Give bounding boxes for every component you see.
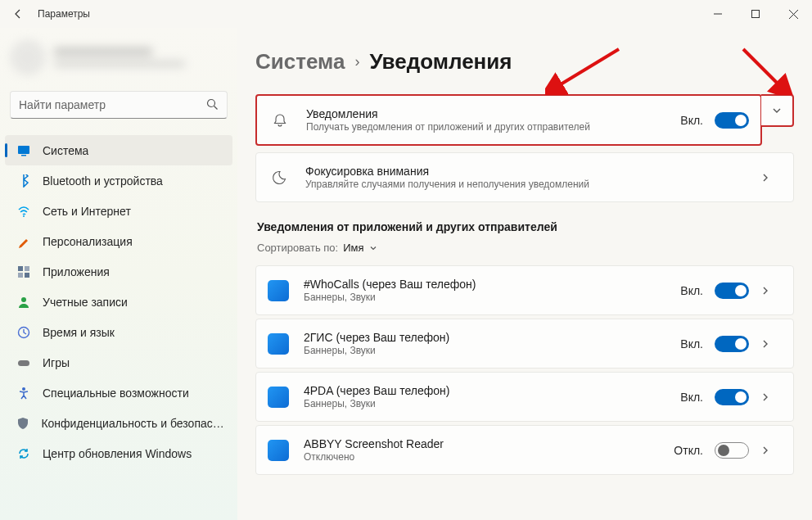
sidebar-item-label: Время и язык bbox=[43, 326, 115, 339]
apps-icon bbox=[16, 265, 31, 279]
app-name: #WhoCalls (через Ваш телефон) bbox=[304, 278, 680, 291]
chevron-down-icon bbox=[369, 244, 377, 252]
app-name: ABBYY Screenshot Reader bbox=[304, 437, 674, 450]
minimize-button[interactable] bbox=[699, 0, 737, 28]
bluetooth-icon bbox=[16, 174, 31, 188]
app-notification-row[interactable]: #WhoCalls (через Ваш телефон) Баннеры, З… bbox=[255, 265, 794, 315]
titlebar: Параметры bbox=[0, 0, 812, 28]
notifications-expand-button[interactable] bbox=[761, 94, 794, 127]
app-notification-row[interactable]: 2ГИС (через Ваш телефон) Баннеры, Звуки … bbox=[255, 319, 794, 369]
breadcrumb-parent[interactable]: Система bbox=[255, 49, 345, 75]
sort-dropdown[interactable]: Имя bbox=[343, 242, 377, 254]
accessibility-icon bbox=[16, 386, 31, 400]
focus-card-title: Фокусировка внимания bbox=[305, 165, 749, 178]
svg-rect-6 bbox=[18, 146, 29, 154]
app-subtitle: Баннеры, Звуки bbox=[304, 398, 680, 409]
svg-rect-9 bbox=[18, 266, 23, 271]
update-icon bbox=[16, 446, 31, 461]
sidebar-item-3[interactable]: Персонализация bbox=[5, 226, 232, 256]
app-toggle[interactable] bbox=[715, 389, 749, 405]
notifications-toggle-card[interactable]: Уведомления Получать уведомления от прил… bbox=[255, 94, 762, 146]
breadcrumb-separator-icon: › bbox=[354, 53, 359, 70]
moon-icon bbox=[268, 166, 291, 189]
app-icon bbox=[268, 333, 289, 355]
app-notification-row[interactable]: ABBYY Screenshot Reader Отключено Откл. bbox=[255, 425, 794, 475]
svg-point-4 bbox=[208, 99, 215, 106]
app-status: Вкл. bbox=[680, 337, 703, 350]
notifications-status: Вкл. bbox=[680, 114, 703, 127]
app-icon bbox=[268, 440, 289, 461]
app-notification-row[interactable]: 4PDA (через Ваш телефон) Баннеры, Звуки … bbox=[255, 372, 794, 422]
brush-icon bbox=[16, 234, 31, 249]
chevron-right-icon[interactable] bbox=[749, 445, 782, 455]
chevron-right-icon[interactable] bbox=[749, 339, 782, 349]
svg-point-13 bbox=[21, 297, 26, 302]
back-button[interactable] bbox=[7, 2, 29, 25]
sort-label: Сортировать по: bbox=[257, 242, 338, 254]
app-name: 4PDA (через Ваш телефон) bbox=[304, 384, 680, 397]
app-status: Вкл. bbox=[680, 391, 703, 404]
breadcrumb: Система › Уведомления bbox=[255, 49, 794, 75]
sidebar-item-label: Сеть и Интернет bbox=[43, 205, 131, 218]
svg-rect-15 bbox=[18, 360, 29, 366]
chevron-right-icon[interactable] bbox=[749, 286, 782, 296]
sidebar-item-label: Bluetooth и устройства bbox=[43, 174, 163, 188]
chevron-right-icon bbox=[749, 173, 782, 183]
app-toggle[interactable] bbox=[715, 283, 749, 299]
svg-rect-7 bbox=[21, 155, 26, 156]
sidebar-item-4[interactable]: Приложения bbox=[5, 256, 232, 287]
app-subtitle: Отключено bbox=[304, 451, 674, 463]
app-subtitle: Баннеры, Звуки bbox=[304, 345, 680, 356]
wifi-icon bbox=[16, 204, 31, 219]
chevron-right-icon[interactable] bbox=[749, 392, 782, 402]
svg-rect-1 bbox=[752, 11, 760, 18]
sidebar-item-label: Система bbox=[43, 144, 88, 157]
svg-point-16 bbox=[22, 387, 25, 391]
apps-section-title: Уведомления от приложений и других отпра… bbox=[257, 220, 792, 233]
sidebar-item-9[interactable]: Конфиденциальность и безопасность bbox=[5, 408, 232, 438]
app-status: Вкл. bbox=[680, 284, 703, 297]
sidebar-item-1[interactable]: Bluetooth и устройства bbox=[5, 165, 232, 196]
svg-rect-12 bbox=[25, 273, 29, 278]
sidebar-item-label: Учетные записи bbox=[43, 296, 128, 309]
app-name: 2ГИС (через Ваш телефон) bbox=[304, 331, 680, 344]
monitor-icon bbox=[16, 143, 31, 158]
notifications-toggle[interactable] bbox=[715, 112, 749, 129]
bell-icon bbox=[268, 109, 291, 132]
notifications-card-title: Уведомления bbox=[306, 107, 680, 120]
focus-assist-card[interactable]: Фокусировка внимания Управляйте случаями… bbox=[255, 152, 794, 202]
user-account-block[interactable] bbox=[5, 34, 232, 79]
sidebar-item-6[interactable]: Время и язык bbox=[5, 317, 232, 347]
app-toggle[interactable] bbox=[715, 442, 749, 459]
sidebar-item-7[interactable]: Игры bbox=[5, 347, 232, 378]
svg-rect-11 bbox=[18, 273, 23, 278]
app-subtitle: Баннеры, Звуки bbox=[304, 292, 680, 303]
search-box[interactable] bbox=[10, 91, 228, 119]
nav-list: Система Bluetooth и устройства Сеть и Ин… bbox=[5, 135, 232, 520]
sort-row: Сортировать по: Имя bbox=[257, 242, 792, 254]
sidebar-item-0[interactable]: Система bbox=[5, 135, 232, 165]
sidebar: Система Bluetooth и устройства Сеть и Ин… bbox=[0, 28, 237, 520]
maximize-button[interactable] bbox=[737, 0, 774, 28]
shield-icon bbox=[16, 416, 29, 431]
close-button[interactable] bbox=[774, 0, 812, 28]
app-toggle[interactable] bbox=[715, 336, 749, 352]
user-icon bbox=[16, 295, 31, 310]
sidebar-item-label: Конфиденциальность и безопасность bbox=[41, 417, 224, 430]
search-input[interactable] bbox=[19, 98, 206, 111]
sidebar-item-5[interactable]: Учетные записи bbox=[5, 287, 232, 317]
svg-point-8 bbox=[23, 215, 25, 217]
app-status: Откл. bbox=[674, 444, 703, 457]
sidebar-item-8[interactable]: Специальные возможности bbox=[5, 378, 232, 408]
sidebar-item-label: Центр обновления Windows bbox=[43, 447, 192, 460]
page-title: Уведомления bbox=[369, 49, 512, 75]
avatar bbox=[10, 39, 46, 75]
app-icon bbox=[268, 280, 289, 301]
sidebar-item-2[interactable]: Сеть и Интернет bbox=[5, 196, 232, 226]
app-icon bbox=[268, 387, 289, 408]
notifications-card-subtitle: Получать уведомления от приложений и дру… bbox=[306, 121, 680, 133]
sidebar-item-label: Персонализация bbox=[43, 235, 133, 248]
svg-line-5 bbox=[214, 106, 218, 109]
sidebar-item-label: Игры bbox=[43, 356, 70, 369]
sidebar-item-10[interactable]: Центр обновления Windows bbox=[5, 438, 232, 468]
